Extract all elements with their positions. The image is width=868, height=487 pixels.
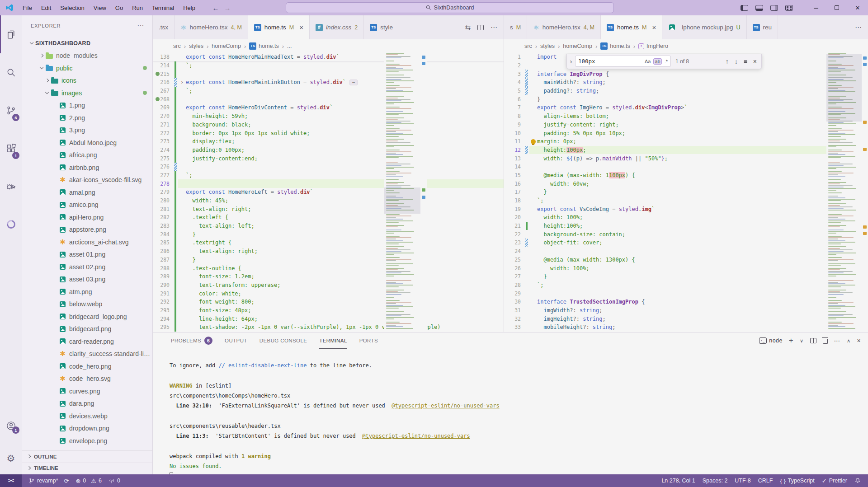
tree-item[interactable]: ✱clarity_success-standard-line.s... [22,348,152,361]
code-line[interactable]: 215 [153,70,504,78]
next-match-icon[interactable]: ↓ [735,58,738,65]
code-line[interactable]: 20 width: 100%; [504,213,868,222]
code-line[interactable]: 11margin: 0px; [504,137,868,146]
code-line[interactable]: 3interface ImgDivProp { [504,70,868,78]
split-terminal-icon[interactable] [810,338,816,343]
status-indentation[interactable]: Spaces: 2 [703,478,728,484]
tree-item[interactable]: bridgecard_logo.png [22,310,152,323]
code-line[interactable]: 294 line-height: 64px; [153,314,504,323]
overview-ruler[interactable] [420,53,427,332]
customize-layout-icon[interactable] [785,5,793,11]
panel-tab-problems[interactable]: PROBLEMS6 [171,332,212,349]
breadcrumb[interactable]: src›styles›homeComp›TShome.ts›ImgHero [504,39,868,53]
breadcrumb-item[interactable]: homeComp [212,43,241,49]
breadcrumb-item[interactable]: homeComp [563,43,592,49]
breadcrumb[interactable]: src›styles›homeComp›TShome.ts›... [153,39,504,53]
minimap[interactable] [826,53,862,332]
code-line[interactable]: 292 font-weight: 800; [153,298,504,306]
code-line[interactable]: 281 text-align: right; [153,205,504,213]
extensions-icon[interactable]: 1 [0,129,22,167]
code-line[interactable]: 28`; [504,281,868,290]
search-view-icon[interactable] [0,53,22,91]
whole-word-toggle[interactable]: ab [653,58,661,65]
editor-tab[interactable]: ⚛homeHero.tsx4, M [527,15,601,39]
extension-swirl-icon[interactable] [0,205,22,243]
timeline-section[interactable]: TIMELINE [22,462,152,473]
breadcrumb-item[interactable]: TShome.ts [249,42,278,50]
lightbulb-icon[interactable] [531,139,536,144]
editor-tab[interactable]: TSstyle [364,15,399,39]
breadcrumb-item[interactable]: TShome.ts [600,42,630,50]
code-line[interactable]: 10 padding: 5% 0px 0px 10px; [504,129,868,137]
code-line[interactable]: 214`; [153,61,504,70]
tree-item[interactable]: ✱arcticons_ai-chat.svg [22,236,152,248]
code-line[interactable]: 14 [504,163,868,171]
editor-tab[interactable]: #index.css2 [310,15,364,39]
breadcrumb-item[interactable]: src [524,43,532,49]
close-icon[interactable]: × [652,23,656,31]
code-line[interactable]: 286 text-align: right; [153,247,504,256]
code-line[interactable]: 15 @media (max-width: 1100px) { [504,171,868,180]
tree-item[interactable]: devices.webp [22,410,152,422]
match-case-toggle[interactable]: Aa [645,59,651,64]
tree-item[interactable]: ✱code_hero.svg [22,373,152,385]
tree-item[interactable]: icons [22,75,152,87]
tree-item[interactable]: Abdul Mono.jpeg [22,136,152,149]
code-line[interactable]: 279export const HomeHeroLeft = styled.di… [153,188,504,197]
panel-tab-ports[interactable]: PORTS [359,332,378,349]
menu-terminal[interactable]: Terminal [147,0,179,15]
minimap-slider[interactable] [826,54,862,122]
folded-code-ellipsis[interactable]: ⋯ [349,80,358,85]
tree-item[interactable]: card-reader.png [22,335,152,348]
accounts-icon[interactable]: 1 [0,409,22,442]
terminal-instance[interactable]: ›_ node [759,337,782,344]
tree-item[interactable]: ✱akar-icons_vscode-fill.svg [22,174,152,187]
editor-tab[interactable]: TSreu [747,15,778,39]
breadcrumb-item[interactable]: ... [287,43,292,49]
tree-item[interactable]: 3.png [22,124,152,137]
find-in-selection-icon[interactable]: ≡ [744,58,747,65]
code-line[interactable]: 12 height:100px; [504,146,868,155]
tree-item[interactable]: africa.png [22,149,152,162]
code-line[interactable]: 282 .textleft { [153,213,504,222]
tree-root[interactable]: SIXTHDASHBOARD [22,37,152,50]
code-line[interactable]: 290 text-transform: upperase; [153,281,504,290]
code-line[interactable]: 29 [504,289,868,298]
editor-tab[interactable]: TShome.tsM× [248,15,310,39]
kill-terminal-icon[interactable] [823,339,828,344]
minimize-button[interactable]: ─ [806,0,826,15]
code-line[interactable]: 6} [504,95,868,103]
remote-indicator[interactable]: >< [0,474,22,487]
code-editor-left[interactable]: 138export const HomeHeroMainHeadText = s… [153,53,504,332]
tree-item[interactable]: asset 03.png [22,273,152,286]
code-line[interactable]: 289 font-size: 1.2em; [153,272,504,281]
tree-item[interactable]: node_modules [22,50,152,62]
code-line[interactable]: 32 imgHeight?: string; [504,314,868,323]
status-formatter[interactable]: ✓Prettier [822,478,847,484]
editor-tab[interactable]: iphone mockup.jpgU [662,15,746,39]
menu-run[interactable]: Run [127,0,147,15]
code-line[interactable]: 277`; [153,171,504,180]
editor-more-actions-icon[interactable]: ⋯ [855,23,862,32]
code-editor-right[interactable]: › 100px Aa ab .* 1 of 8 ↑ ↓ ≡ × [504,53,868,332]
maximize-panel-icon[interactable]: ∧ [847,338,850,344]
menu-help[interactable]: Help [179,0,200,15]
menu-view[interactable]: View [89,0,111,15]
code-line[interactable]: 24 [504,247,868,256]
code-line[interactable]: 22 background-size: contain; [504,230,868,239]
toggle-panel-icon[interactable] [755,5,763,11]
settings-gear-icon[interactable]: ⚙ [0,442,22,474]
tree-item[interactable]: images [22,87,152,99]
tree-item[interactable]: code_hero.png [22,360,152,373]
code-line[interactable]: 30interface TrustedSectionImgProp { [504,298,868,306]
command-center-search[interactable]: SixthDashboard [286,2,614,13]
tree-item[interactable]: curves.png [22,385,152,398]
tree-item[interactable]: asset 02.png [22,261,152,273]
code-line[interactable]: 269export const HomeHeroDivContent = sty… [153,103,504,112]
close-find-icon[interactable]: × [753,58,757,65]
tree-item[interactable]: asset 01.png [22,248,152,261]
regex-toggle[interactable]: .* [665,59,668,64]
code-line[interactable]: 273 display:flex; [153,137,504,146]
code-line[interactable]: 272 border: 0px 1px 0px 1px solid white; [153,129,504,137]
editor-tab[interactable]: TShome.tsM× [601,15,662,39]
